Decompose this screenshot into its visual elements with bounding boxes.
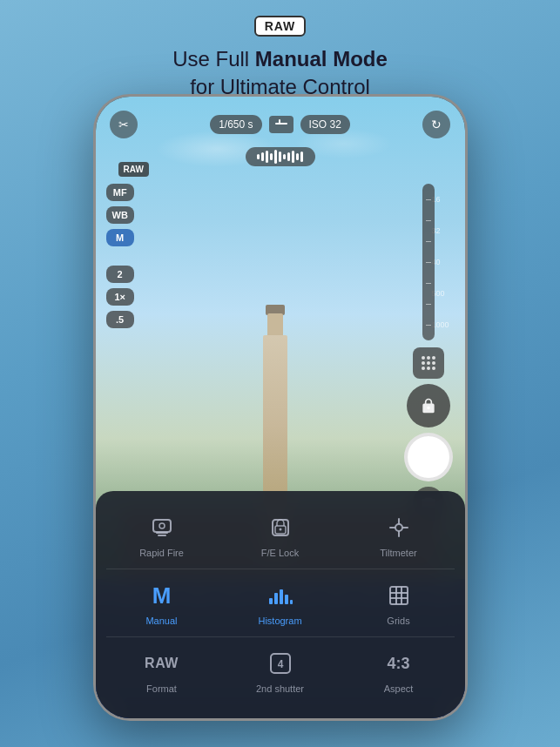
mf-button[interactable]: MF — [106, 184, 134, 201]
camera-lock-button[interactable] — [407, 384, 450, 427]
iso-slider[interactable] — [422, 184, 435, 340]
wave-bar — [292, 151, 294, 163]
manual-label: Manual — [145, 616, 177, 626]
wave-bar — [283, 154, 286, 159]
svg-point-11 — [432, 367, 435, 370]
fe-lock-icon — [265, 512, 296, 543]
second-shutter-label: 2nd shutter — [256, 683, 304, 694]
zoom-half-button[interactable]: .5 — [106, 311, 134, 328]
histogram-button[interactable]: Histogram — [225, 573, 336, 633]
histogram-label: Histogram — [258, 616, 301, 626]
svg-point-19 — [279, 528, 281, 531]
wave-bar — [270, 153, 273, 160]
aspect-button[interactable]: 4:3 Aspect — [343, 641, 455, 701]
svg-rect-13 — [153, 520, 171, 532]
svg-point-7 — [427, 361, 430, 365]
bottom-panel: Rapid Fire F/E Lock — [96, 491, 465, 718]
svg-rect-27 — [280, 589, 283, 604]
tiltmeter-label: Tiltmeter — [380, 548, 416, 558]
svg-point-6 — [422, 361, 425, 365]
bottom-row-1: Rapid Fire F/E Lock — [106, 505, 455, 565]
raw-overlay-badge: RAW — [118, 162, 149, 177]
aspect-icon: 4:3 — [383, 648, 415, 679]
wave-bar — [287, 152, 290, 161]
iso-tick — [426, 220, 431, 221]
aspect-label: Aspect — [384, 683, 414, 694]
wave-bar — [266, 151, 268, 163]
raw-format-button[interactable]: RAW Format — [106, 641, 218, 701]
svg-point-4 — [427, 356, 430, 360]
svg-rect-2 — [283, 123, 287, 124]
iso-tick — [426, 283, 431, 284]
shutter-speed-display[interactable]: 1/650 s — [210, 115, 261, 134]
fe-lock-button[interactable]: F/E Lock — [225, 505, 336, 565]
svg-rect-26 — [274, 593, 278, 604]
svg-point-8 — [432, 361, 435, 365]
rapid-fire-label: Rapid Fire — [139, 548, 184, 558]
wave-bar — [274, 150, 277, 164]
svg-rect-29 — [290, 600, 293, 604]
tools-button[interactable]: ✂ — [110, 111, 138, 138]
iso-tick — [426, 241, 431, 242]
shutter-button[interactable] — [404, 433, 453, 481]
svg-rect-1 — [279, 119, 280, 124]
grids-icon — [383, 580, 415, 611]
grid-dots-button[interactable] — [413, 347, 444, 379]
wave-bar — [300, 151, 303, 162]
rapid-fire-button[interactable]: Rapid Fire — [106, 505, 218, 565]
tiltmeter-button[interactable]: Tiltmeter — [343, 505, 455, 565]
left-controls: MF WB M 2 1× .5 RAW — [106, 184, 134, 342]
svg-point-16 — [159, 523, 165, 528]
raw-format-label: Format — [146, 683, 177, 694]
wave-bar — [261, 152, 264, 161]
rapid-fire-icon — [146, 512, 178, 543]
iso-tick — [426, 199, 431, 200]
bottom-row-3: RAW Format 4 2nd shutter 4:3 Aspect — [106, 641, 455, 701]
svg-rect-30 — [390, 587, 408, 604]
second-shutter-button[interactable]: 4 2nd shutter — [225, 641, 336, 701]
second-shutter-icon: 4 — [265, 648, 296, 679]
iso-tick — [426, 325, 431, 326]
ev-button[interactable] — [269, 116, 293, 133]
svg-rect-15 — [158, 535, 166, 536]
svg-rect-14 — [156, 532, 168, 534]
wave-bar — [257, 154, 260, 159]
fe-lock-label: F/E Lock — [261, 548, 299, 558]
headline: Use Full Manual Mode for Ultimate Contro… — [0, 45, 560, 102]
tiltmeter-icon — [383, 512, 415, 543]
iso-tick — [426, 262, 431, 263]
wb-button[interactable]: WB — [106, 206, 134, 224]
refresh-button[interactable]: ↻ — [422, 111, 450, 138]
divider-2 — [106, 636, 455, 637]
svg-text:4: 4 — [277, 658, 283, 670]
svg-point-3 — [422, 356, 425, 360]
grids-label: Grids — [387, 616, 409, 626]
top-bar: ✂ 1/650 s ISO 32 ↻ — [96, 111, 465, 138]
svg-point-24 — [395, 524, 402, 531]
raw-format-icon: RAW — [146, 648, 178, 679]
zoom-2-button[interactable]: 2 — [106, 266, 134, 283]
wave-bar — [279, 151, 281, 162]
svg-rect-28 — [285, 595, 288, 604]
raw-badge: RAW — [0, 16, 560, 45]
svg-point-12 — [427, 407, 429, 409]
svg-rect-25 — [269, 598, 273, 604]
bottom-row-2: M Manual Histogram — [106, 573, 455, 633]
phone-frame: ✂ 1/650 s ISO 32 ↻ MF WB — [93, 94, 468, 721]
histogram-icon — [265, 580, 296, 611]
grids-button[interactable]: Grids — [343, 573, 455, 633]
iso-display[interactable]: ISO 32 — [300, 115, 350, 134]
svg-point-5 — [432, 356, 435, 360]
iso-tick — [426, 304, 431, 305]
svg-point-10 — [427, 367, 430, 370]
divider-1 — [106, 569, 455, 569]
manual-button[interactable]: M Manual — [106, 573, 218, 633]
right-controls — [404, 184, 453, 518]
m-button[interactable]: M — [106, 229, 134, 246]
wave-bar — [296, 153, 299, 160]
zoom-1x-button[interactable]: 1× — [106, 288, 134, 306]
manual-icon: M — [146, 580, 178, 611]
top-section: RAW Use Full Manual Mode for Ultimate Co… — [0, 0, 560, 102]
svg-point-9 — [422, 367, 425, 370]
waveform-bar — [246, 147, 315, 166]
